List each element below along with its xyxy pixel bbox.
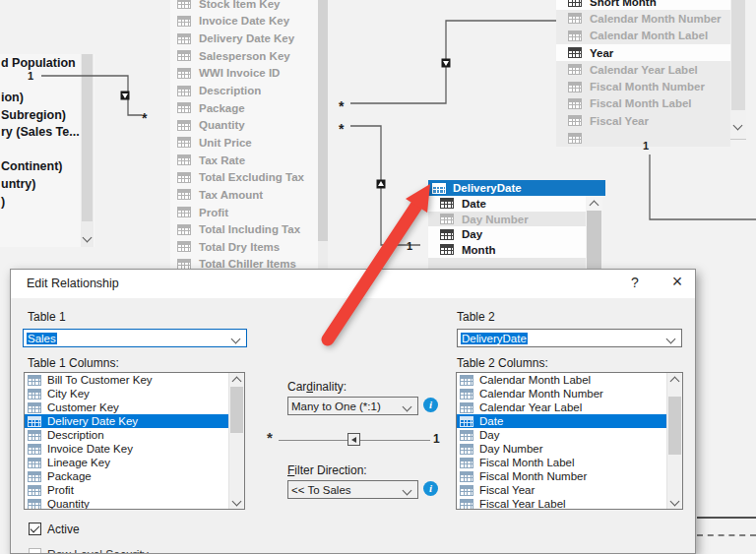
field-row[interactable]: Stock Item Key [170,0,318,13]
field-row[interactable]: Short Month [556,0,730,10]
row-level-security-checkbox[interactable] [29,548,41,554]
field-row[interactable]: Calendar Month Number [556,10,730,27]
field-label: Fiscal Month Label [590,97,692,109]
chevron-down-icon[interactable] [403,486,412,496]
scrollbar-thumb[interactable] [668,397,681,455]
left-table-scrollbar[interactable] [81,54,94,247]
field-row[interactable]: Fiscal Year [556,112,730,129]
chevron-down-icon[interactable] [83,233,93,243]
filter-direction-combobox[interactable]: << To Sales [287,480,418,499]
row-level-security-label: Row Level Security [47,548,149,554]
field-row[interactable]: Description [170,82,318,99]
table2-scrollbar[interactable] [666,373,682,509]
field-row[interactable]: Fiscal Month Number [556,78,730,94]
table-grid-icon [460,389,473,400]
list-item[interactable]: Day Number [457,442,682,456]
deliverydate-table-header[interactable]: DeliveryDate [428,180,605,196]
filter-direction-info-icon[interactable]: i [423,481,438,496]
list-item[interactable]: Date [457,414,682,428]
list-item[interactable]: Fiscal Year Label [457,497,682,510]
table1-scrollbar[interactable] [228,373,244,509]
field-row[interactable]: Day [428,226,586,242]
list-item[interactable]: Calendar Month Label [457,373,682,387]
field-row[interactable] [556,129,730,146]
table-grid-icon [28,375,41,386]
field-row[interactable]: Year [556,44,730,61]
field-row[interactable]: Date [428,196,586,212]
field-row[interactable]: Total Excluding Tax [170,168,318,186]
cardinality-handle[interactable] [347,433,360,446]
list-item[interactable]: Fiscal Month Label [457,456,682,469]
chevron-down-icon[interactable] [231,335,241,344]
field-row[interactable]: Calendar Month Label [556,28,730,44]
table1-columns-listbox[interactable]: Bill To Customer KeyCity KeyCustomer Key… [24,372,245,510]
list-item[interactable]: Fiscal Month Number [457,469,682,483]
list-item[interactable]: Calendar Month Number [457,387,682,400]
dialog-titlebar[interactable]: Edit Relationship ? × [11,270,695,298]
field-row[interactable]: Package [170,99,318,117]
field-row[interactable]: Calendar Year Label [556,61,730,78]
chevron-up-icon[interactable] [232,377,242,387]
list-item[interactable]: Description [25,428,244,442]
table1-value: Sales [27,333,57,344]
list-item[interactable]: Customer Key [25,400,244,414]
field-label: Fiscal Year [590,115,649,127]
table1-label: Table 1 [28,310,66,324]
close-button[interactable]: × [668,272,686,292]
chevron-down-icon[interactable] [666,335,676,344]
cardinality-info-icon[interactable]: i [423,398,438,412]
field-row[interactable]: Month [428,242,586,258]
table-grid-icon [177,16,191,27]
field-row[interactable]: Day Number [428,212,586,227]
chevron-down-icon[interactable] [403,402,412,412]
chevron-up-icon[interactable] [670,377,680,387]
list-item[interactable]: Delivery Date Key [25,414,244,428]
deliverydate-scrollbar[interactable] [586,196,602,269]
chevron-down-icon[interactable] [232,497,242,507]
list-item[interactable]: Package [25,469,244,483]
table1-combobox[interactable]: Sales [23,329,247,347]
field-label: Description [199,85,261,96]
list-item[interactable]: Profit [25,483,244,497]
help-button[interactable]: ? [627,275,643,290]
column-label: Calendar Month Label [479,374,591,386]
list-item[interactable]: Bill To Customer Key [25,373,244,387]
scrollbar-thumb[interactable] [587,211,601,269]
scrollbar-thumb[interactable] [82,54,93,221]
list-item[interactable]: Quantity [25,497,244,510]
chevron-up-icon[interactable] [590,201,599,211]
field-row[interactable]: Tax Amount [170,186,318,204]
table2-columns-listbox[interactable]: Calendar Month LabelCalendar Month Numbe… [456,372,683,510]
active-checkbox[interactable] [29,523,41,535]
chevron-down-icon[interactable] [733,121,743,131]
chevron-down-icon[interactable] [670,497,680,507]
scrollbar-thumb[interactable] [731,0,745,110]
field-row[interactable]: Total Including Tax [170,220,318,238]
field-row[interactable]: Fiscal Month Label [556,95,730,112]
field-row[interactable]: Unit Price [170,134,318,152]
scrollbar-thumb[interactable] [318,0,328,241]
list-item[interactable]: Invoice Date Key [25,442,244,456]
deliverydate-table-title: DeliveryDate [453,182,522,194]
scrollbar-thumb[interactable] [230,387,243,433]
arrow-left-icon [351,437,356,443]
field-row[interactable]: Tax Rate [170,152,318,169]
list-item[interactable]: Day [457,428,682,442]
field-row[interactable]: Profit [170,204,318,221]
field-label: Date [462,198,486,210]
list-item[interactable]: City Key [25,387,244,400]
list-item[interactable]: Lineage Key [25,456,244,469]
cardinality-combobox[interactable]: Many to One (*:1) [287,397,418,415]
field-row[interactable]: Invoice Date Key [170,13,318,31]
field-row[interactable]: Salesperson Key [170,47,318,65]
list-item[interactable]: Calendar Year Label [457,400,682,414]
date-table-scrollbar[interactable] [730,0,746,139]
column-label: Quantity [47,498,90,510]
field-row[interactable]: Total Dry Items [170,238,318,256]
list-item[interactable]: Fiscal Year [457,483,682,497]
field-row[interactable]: WWI Invoice ID [170,65,318,83]
table2-combobox[interactable]: DeliveryDate [457,329,682,347]
sales-table-scrollbar[interactable] [318,0,328,269]
field-row[interactable]: Delivery Date Key [170,30,318,47]
field-row[interactable]: Quantity [170,116,318,134]
